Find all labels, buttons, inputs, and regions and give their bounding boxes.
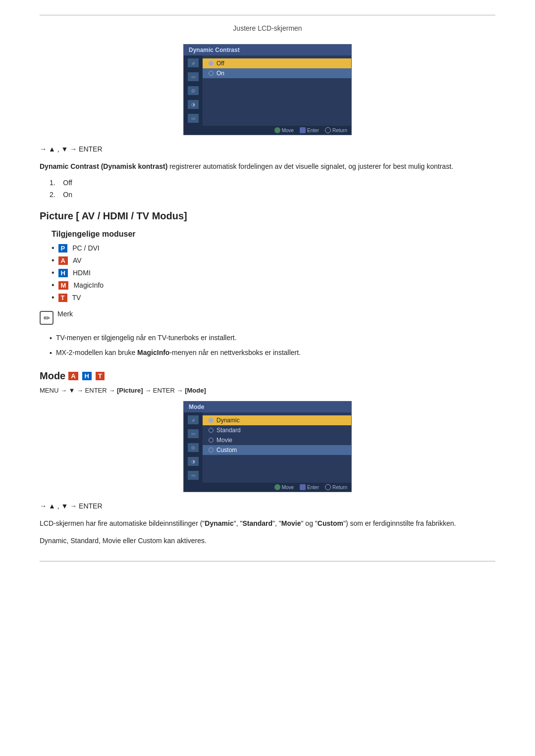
mode-movie: Movie	[203, 435, 351, 445]
list-item-on-number: 2.	[50, 191, 55, 199]
bullet-magicinfo: M MagicInfo	[52, 281, 495, 290]
footer-enter-2: Enter	[300, 484, 319, 490]
standard-label: Standard	[242, 519, 272, 527]
description-2a-text: LCD-skjermen har fire automatiske bildei…	[40, 519, 205, 527]
section-heading-text: Picture [ AV / HDMI / TV Modus]	[40, 210, 187, 221]
nav-hint-1-text: → ▲ , ▼ → ENTER	[40, 145, 103, 153]
radio-off	[209, 61, 214, 66]
note-icon: ✏	[40, 311, 54, 325]
tv-mode-footer: Move Enter Return	[184, 483, 351, 492]
desc2b-movie: Movie	[103, 537, 121, 545]
desc2a-2: ", "	[234, 519, 243, 527]
footer-return-label: Return	[332, 128, 347, 133]
footer-return: Return	[325, 127, 347, 133]
footer-move-2: Move	[274, 484, 294, 490]
bullet-tv-label: TV	[72, 294, 81, 302]
sub-heading: Tilgjengelige moduser	[52, 230, 495, 239]
bullet-hdmi-label: HDMI	[73, 269, 91, 277]
desc2a-4: " og "	[301, 519, 318, 527]
description-2b: Dynamic, Standard, Movie eller Custom ka…	[40, 535, 495, 546]
footer-enter: Enter	[300, 127, 319, 133]
tv-icon-3: ◎	[188, 86, 199, 95]
menu-item-on: On	[203, 68, 351, 78]
move-icon-2	[274, 484, 280, 490]
footer-return-2-label: Return	[332, 485, 347, 490]
tv-icon-m1: ⊿	[188, 415, 199, 424]
badge-t: T	[58, 294, 67, 302]
footer-enter-2-label: Enter	[307, 485, 319, 490]
footer-move: Move	[274, 127, 294, 133]
menu-path: MENU → ▼ → ENTER → [Picture] → ENTER → […	[40, 387, 495, 394]
mode-screenshot: Mode ⊿ ▭ ◎ ◑ ▭ Dynamic Standard	[40, 401, 495, 492]
tv-icon-5: ▭	[188, 114, 199, 123]
radio-dynamic	[209, 418, 214, 423]
page-title: Justere LCD-skjermen	[233, 24, 302, 32]
nav-hint-1: → ▲ , ▼ → ENTER	[40, 145, 495, 153]
list-item-off-label: Off	[63, 179, 72, 187]
mode-custom-label: Custom	[216, 447, 237, 454]
mode-badge-a: A	[68, 372, 78, 380]
custom-label: Custom	[318, 519, 343, 527]
footer-move-label: Move	[282, 128, 294, 133]
enter-icon-2	[300, 484, 306, 490]
tv-icon-2: ▭	[188, 72, 199, 81]
bullet-tv: T TV	[52, 293, 495, 302]
mode-badge-t: T	[96, 372, 105, 380]
tv-menu-title: Dynamic Contrast	[184, 45, 351, 55]
mode-standard: Standard	[203, 425, 351, 435]
section-heading-picture: Picture [ AV / HDMI / TV Modus]	[40, 210, 495, 222]
list-item-on-label: On	[63, 191, 72, 199]
mode-dynamic: Dynamic	[203, 415, 351, 425]
return-icon-2	[325, 484, 331, 490]
menu-path-picture: [Picture]	[117, 387, 143, 394]
menu-item-off: Off	[203, 58, 351, 68]
note-bullet-1-text: TV-menyen er tilgjengelig når en TV-tune…	[56, 333, 237, 343]
radio-standard	[209, 428, 214, 433]
mode-custom: Custom	[203, 445, 351, 455]
nav-hint-2: → ▲ , ▼ → ENTER	[40, 502, 495, 510]
menu-path-arrow2: → ENTER →	[145, 387, 185, 394]
note-label: Merk	[57, 310, 73, 318]
bullet-hdmi: H HDMI	[52, 268, 495, 277]
description-1: Dynamic Contrast (Dynamisk kontrast) reg…	[40, 161, 495, 172]
tv-mode-menu-items: Dynamic Standard Movie Custom	[203, 412, 351, 483]
list-item-off: 1. Off	[40, 179, 495, 187]
numbered-list-1: 1. Off 2. On	[40, 179, 495, 199]
badge-h: H	[58, 269, 68, 277]
radio-custom	[209, 448, 214, 453]
description-1-bold: Dynamic Contrast (Dynamisk kontrast)	[40, 162, 167, 170]
desc2b-custom: Custom	[138, 537, 161, 545]
desc2b-eller: eller	[121, 537, 138, 545]
menu-item-on-label: On	[216, 70, 224, 77]
tv-menu-items: Off On	[203, 55, 351, 126]
mode-heading-row: Mode A H T	[40, 370, 495, 382]
badge-a: A	[58, 256, 68, 265]
tv-menu-mode: Mode ⊿ ▭ ◎ ◑ ▭ Dynamic Standard	[183, 401, 352, 492]
dynamic-contrast-screenshot: Dynamic Contrast ⊿ ▭ ◎ ◑ ▭ Off On	[40, 44, 495, 135]
bullet-pc-dvi: P PC / DVI	[52, 244, 495, 252]
page-container: Justere LCD-skjermen Dynamic Contrast ⊿ …	[0, 0, 535, 756]
nav-hint-2-text: → ▲ , ▼ → ENTER	[40, 502, 103, 510]
note-bullet-2-text: MX-2-modellen kan bruke MagicInfo-menyen…	[56, 348, 301, 358]
desc2a-3: ", "	[272, 519, 281, 527]
badge-m: M	[58, 281, 69, 290]
bottom-rule	[40, 561, 495, 561]
list-item-off-number: 1.	[50, 179, 55, 187]
tv-icon-m2: ▭	[188, 429, 199, 438]
note-box: ✏ Merk	[40, 310, 495, 325]
list-item-on: 2. On	[40, 191, 495, 199]
return-icon	[325, 127, 331, 133]
move-icon	[274, 127, 280, 133]
badge-p: P	[58, 244, 68, 252]
dynamic-label: Dynamic	[205, 519, 233, 527]
footer-enter-label: Enter	[307, 128, 319, 133]
menu-path-mode: [Mode]	[185, 387, 206, 394]
tv-menu-icons: ⊿ ▭ ◎ ◑ ▭	[184, 55, 203, 126]
desc2b-end: kan aktiveres.	[162, 537, 207, 545]
desc2b-standard: Standard	[70, 537, 99, 545]
mode-bullet-list: P PC / DVI A AV H HDMI M MagicInfo T TV	[52, 244, 495, 302]
movie-label: Movie	[281, 519, 301, 527]
bullet-pc-dvi-label: PC / DVI	[72, 244, 99, 252]
mode-movie-label: Movie	[216, 437, 232, 444]
tv-menu-body: ⊿ ▭ ◎ ◑ ▭ Off On	[184, 55, 351, 126]
